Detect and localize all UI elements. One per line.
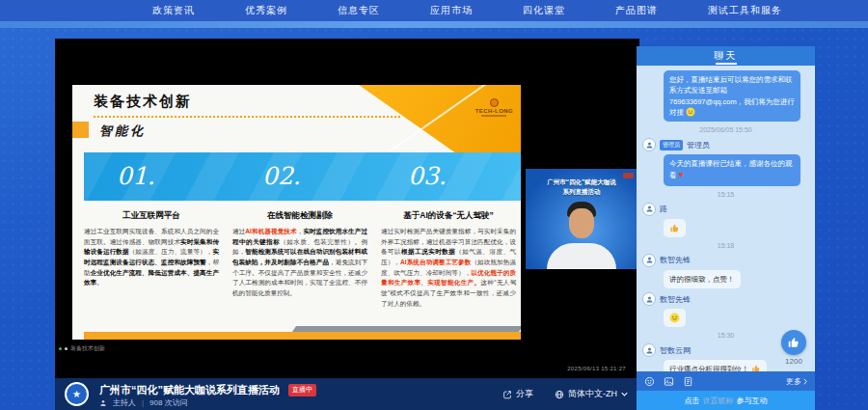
- chat-message: [664, 309, 686, 327]
- video-overlay-caption: 装备技术创新: [59, 344, 105, 353]
- username: 管理员: [687, 140, 710, 150]
- announcement-icon[interactable]: [683, 376, 693, 387]
- thumbs-up-icon[interactable]: [781, 330, 806, 355]
- slide-columns: 工业互联网平台 通过工业互联网实现设备、系统和人员之间的全面互联。通过传感器、物…: [84, 210, 516, 309]
- chat-user-row: 数智先锋: [642, 254, 809, 267]
- chat-user-row: 数智先锋: [642, 292, 809, 306]
- heart-emoji-icon: ♥: [679, 170, 684, 179]
- column-heading: 在线智能检测剔除: [232, 210, 367, 222]
- set-nickname-button[interactable]: 点击 设置昵称 参与互动: [637, 391, 815, 410]
- tab-active-underline: [716, 63, 737, 65]
- chat-user-row: 管理员 管理员: [642, 138, 809, 151]
- nav-item-excellent-cases[interactable]: 优秀案例: [245, 4, 287, 17]
- nav-item-info-zone[interactable]: 信息专区: [338, 4, 380, 17]
- slide-column-industrial-internet: 工业互联网平台 通过工业互联网实现设备、系统和人员之间的全面互联。通过传感器、物…: [84, 210, 219, 309]
- nav-item-sihua-classroom[interactable]: 四化课堂: [523, 4, 565, 17]
- chat-message: [664, 219, 686, 237]
- nickname-link[interactable]: 设置昵称: [703, 396, 734, 406]
- status-dot-icon: [65, 347, 68, 350]
- smiley-emoji-icon: [669, 313, 680, 323]
- chat-message: 讲的很细致，点赞！: [664, 270, 741, 288]
- nav-item-policy-news[interactable]: 政策资讯: [152, 4, 195, 17]
- video-player[interactable]: TECH-LONG 装备技术创新 智能化 01. 02. 03. 工业互联网平台…: [55, 39, 639, 378]
- like-button[interactable]: 1200: [781, 330, 806, 366]
- share-icon: [502, 390, 512, 399]
- user-avatar-icon: [642, 138, 656, 151]
- stream-title: 广州市“四化”赋能大咖说系列直播活动直播中: [99, 383, 316, 397]
- chat-message: 行业痛点分析得很到位！: [664, 360, 767, 371]
- tech-long-logo-icon: [490, 98, 499, 107]
- username: 数智先锋: [660, 294, 691, 305]
- live-stream-page: 政策资讯 优秀案例 信息专区 应用市场 四化课堂 产品图谱 测试工具和服务 TE…: [0, 0, 868, 410]
- chat-message: 今天的直播课程已结束，感谢各位的观看♥: [664, 154, 800, 186]
- top-nav: 政策资讯 优秀案例 信息专区 应用市场 四化课堂 产品图谱 测试工具和服务: [0, 0, 868, 21]
- column-body: 通过实时检测产品关键质量指标，与实时采集的外界工况指标，通过机器学习算法匹配优化…: [381, 227, 516, 309]
- chevron-right-icon: [803, 378, 807, 385]
- user-avatar-icon: [642, 254, 656, 267]
- slide-number-2: 02.: [230, 152, 375, 201]
- info-bar-actions: 分享 简体中文-ZH: [502, 378, 628, 410]
- user-avatar-icon: [642, 203, 656, 216]
- smiley-emoji-icon: [686, 107, 695, 117]
- slide-number-3: 03.: [375, 152, 521, 201]
- admin-badge: 管理员: [660, 140, 683, 150]
- host-label: 主持人: [113, 397, 136, 408]
- nav-item-product-map[interactable]: 产品图谱: [615, 4, 658, 17]
- stream-meta: 主持人 | 908 次访问: [99, 397, 188, 408]
- nav-item-test-tools[interactable]: 测试工具和服务: [708, 4, 782, 17]
- thumbs-up-emoji-icon: [669, 223, 680, 233]
- chat-panel: 聊天 您好，直播结束后可以将您的需求和联系方式发送至邮箱769633697@qq…: [637, 46, 815, 410]
- slide-column-ai-unmanned: 基于AI的设备“无人驾驶” 通过实时检测产品关键质量指标，与实时采集的外界工况指…: [381, 210, 516, 309]
- status-dot-icon: [59, 347, 62, 350]
- nav-item-app-market[interactable]: 应用市场: [430, 4, 473, 17]
- like-count: 1200: [781, 357, 806, 366]
- language-selector[interactable]: 简体中文-ZH: [555, 388, 628, 400]
- user-avatar-icon: [642, 343, 656, 357]
- chat-timestamp: 15:18: [642, 242, 809, 249]
- person-icon: [99, 399, 107, 407]
- chat-timestamp: 15:15: [642, 191, 809, 198]
- smiley-icon[interactable]: [644, 376, 655, 387]
- chat-message: 您好，直播结束后可以将您的需求和联系方式发送至邮箱769633697@qq.co…: [664, 70, 800, 122]
- slide-column-online-detection: 在线智能检测剔除 通过AI和机器视觉技术，实时监控饮用水生产过程中的关键指标（如…: [232, 210, 367, 309]
- username: 路: [660, 204, 667, 214]
- presentation-slide: TECH-LONG 装备技术创新 智能化 01. 02. 03. 工业互联网平台…: [72, 85, 521, 340]
- tech-long-logo: TECH-LONG: [475, 98, 513, 117]
- slide-bottom-orange-band: [84, 332, 521, 340]
- host-avatar: ★: [65, 382, 89, 406]
- slide-number-1: 01.: [84, 152, 230, 201]
- column-heading: 基于AI的设备“无人驾驶”: [381, 210, 516, 222]
- slide-title: 装备技术创新: [94, 93, 192, 111]
- speaker-webcam-overlay: 广州市“四化”赋能大咖说 系列直播活动: [526, 169, 637, 269]
- chevron-down-icon: [621, 392, 628, 396]
- visit-count: 908 次访问: [149, 397, 188, 408]
- chat-header: 聊天: [637, 46, 815, 66]
- nav-accent-strip: [0, 21, 868, 28]
- slide-title-rule: [94, 116, 400, 118]
- username: 数智先锋: [660, 255, 691, 265]
- chat-message-list[interactable]: 您好，直播结束后可以将您的需求和联系方式发送至邮箱769633697@qq.co…: [637, 66, 815, 371]
- chat-user-row: 路: [642, 203, 809, 216]
- video-timestamp-watermark: 2025/06/13 15:21:27: [567, 366, 626, 371]
- live-badge: 直播中: [288, 384, 316, 396]
- image-icon[interactable]: [664, 376, 674, 387]
- webcam-backdrop-caption: 广州市“四化”赋能大咖说 系列直播活动: [526, 178, 637, 198]
- column-body: 通过工业互联网实现设备、系统和人员之间的全面互联。通过传感器、物联网技术实时采集…: [84, 227, 219, 288]
- more-button[interactable]: 更多: [786, 376, 807, 387]
- slide-subtitle: 智能化: [99, 123, 146, 140]
- chat-timestamp: 2025/06/05 15:50: [642, 126, 809, 133]
- user-avatar-icon: [642, 292, 656, 306]
- globe-icon: [555, 390, 564, 399]
- column-body: 通过AI和机器视觉技术，实时监控饮用水生产过程中的关键指标（如水质、包装完整性）…: [232, 227, 367, 299]
- thumbs-up-emoji-icon: [751, 364, 761, 371]
- slide-number-band: 01. 02. 03.: [84, 152, 521, 201]
- share-button[interactable]: 分享: [502, 388, 533, 400]
- stream-info-bar: ★ 广州市“四化”赋能大咖说系列直播活动直播中 主持人 | 908 次访问 分享: [55, 378, 639, 410]
- username: 智数云网: [660, 345, 691, 356]
- chat-toolbar: 更多: [637, 371, 815, 391]
- tab-chat[interactable]: 聊天: [715, 49, 738, 63]
- webcam-logo-mark: [623, 173, 634, 178]
- column-heading: 工业互联网平台: [84, 210, 219, 222]
- slide-subtitle-marker: [72, 122, 89, 138]
